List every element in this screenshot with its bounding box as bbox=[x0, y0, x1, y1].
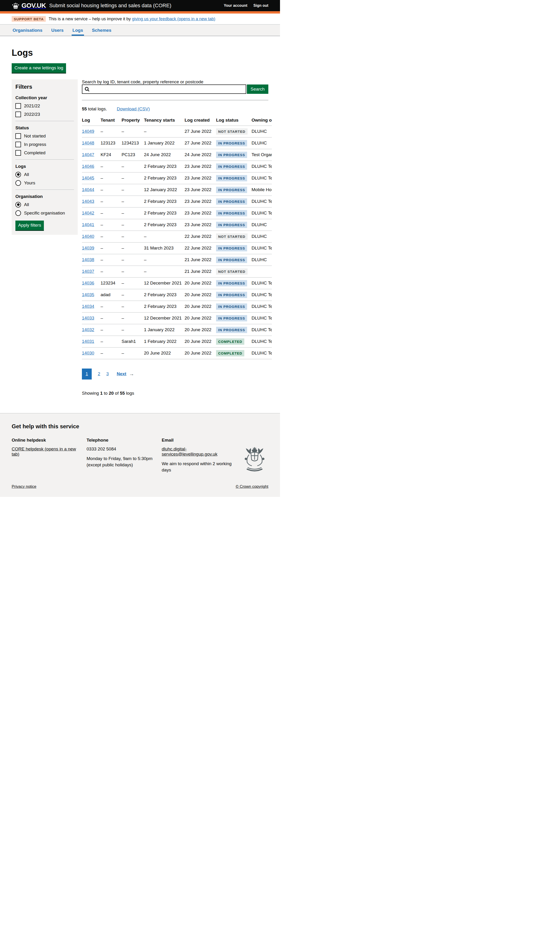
radio-control[interactable] bbox=[15, 210, 21, 216]
search-input[interactable] bbox=[82, 84, 246, 94]
cell-log-status: IN PROGRESS bbox=[216, 195, 252, 207]
nav-item-organisations[interactable]: Organisations bbox=[12, 28, 43, 36]
log-link-14035[interactable]: 14035 bbox=[82, 292, 94, 297]
cell-property: PC123 bbox=[122, 149, 144, 160]
cell-log-created: 27 June 2022 bbox=[185, 125, 216, 137]
pagination-page-2[interactable]: 2 bbox=[98, 371, 100, 377]
pagination-current-page[interactable]: 1 bbox=[82, 369, 92, 380]
log-link-14048[interactable]: 14048 bbox=[82, 140, 94, 145]
checkbox-control[interactable] bbox=[15, 103, 21, 109]
radio-control[interactable] bbox=[15, 180, 21, 186]
cell-log-created: 20 June 2022 bbox=[185, 289, 216, 301]
log-link-14032[interactable]: 14032 bbox=[82, 327, 94, 332]
radio-all[interactable]: All bbox=[15, 172, 74, 177]
pagination-next-link[interactable]: Next bbox=[117, 371, 126, 377]
create-lettings-log-button[interactable]: Create a new lettings log bbox=[12, 63, 66, 73]
cell-log-created: 23 June 2022 bbox=[185, 172, 216, 184]
your-account-link[interactable]: Your account bbox=[224, 3, 247, 8]
log-link-14038[interactable]: 14038 bbox=[82, 257, 94, 262]
checkbox-2021-22[interactable]: 2021/22 bbox=[15, 103, 74, 109]
cell-log-status: IN PROGRESS bbox=[216, 149, 252, 160]
cell-owning-organisation: DLUHC Tes bbox=[252, 160, 272, 172]
log-link-14042[interactable]: 14042 bbox=[82, 211, 94, 215]
table-row: 14046––2 February 202323 June 2022IN PRO… bbox=[82, 160, 272, 172]
cell-tenant: – bbox=[101, 336, 122, 347]
table-row: 14038–––21 June 2022IN PROGRESSDLUHC bbox=[82, 254, 272, 266]
sign-out-link[interactable]: Sign out bbox=[253, 3, 269, 8]
results-divider bbox=[82, 100, 269, 100]
email-link[interactable]: dluhc.digital-services@levellingup.gov.u… bbox=[162, 447, 217, 456]
log-link-14046[interactable]: 14046 bbox=[82, 164, 94, 169]
checkbox-control[interactable] bbox=[15, 111, 21, 117]
log-link-14039[interactable]: 14039 bbox=[82, 246, 94, 250]
pagination: 123Next→ bbox=[82, 369, 269, 380]
cell-log-status: NOT STARTED bbox=[216, 266, 252, 277]
cell-owning-organisation: DLUHC bbox=[252, 125, 272, 137]
table-row: 14035adad–2 February 202320 June 2022IN … bbox=[82, 289, 272, 301]
cell-property: – bbox=[122, 160, 144, 172]
core-helpdesk-link[interactable]: CORE helpdesk (opens in a new tab) bbox=[12, 447, 76, 456]
checkbox-control[interactable] bbox=[15, 150, 21, 156]
search-button[interactable]: Search bbox=[247, 84, 269, 94]
radio-all[interactable]: All bbox=[15, 202, 74, 208]
feedback-link[interactable]: giving us your feedback (opens in a new … bbox=[132, 17, 215, 21]
pagination-page-3[interactable]: 3 bbox=[107, 371, 109, 377]
log-link-14043[interactable]: 14043 bbox=[82, 199, 94, 204]
filter-divider bbox=[15, 121, 74, 121]
radio-specific-organisation[interactable]: Specific organisation bbox=[15, 210, 74, 216]
filter-option-label: Completed bbox=[24, 150, 46, 156]
footer-col-heading: Online helpdesk bbox=[12, 438, 82, 443]
log-link-14040[interactable]: 14040 bbox=[82, 234, 94, 239]
cell-property: – bbox=[122, 184, 144, 195]
cell-owning-organisation bbox=[252, 266, 272, 277]
status-tag: IN PROGRESS bbox=[216, 152, 247, 158]
log-link-14031[interactable]: 14031 bbox=[82, 339, 94, 344]
checkbox-control[interactable] bbox=[15, 142, 21, 147]
cell-property: – bbox=[122, 207, 144, 219]
cell-tenancy-starts: 2 February 2023 bbox=[144, 219, 185, 230]
nav-item-logs[interactable]: Logs bbox=[72, 28, 84, 36]
cell-property: – bbox=[122, 289, 144, 301]
next-arrow-icon: → bbox=[129, 371, 134, 377]
cell-tenancy-starts: 2 February 2023 bbox=[144, 160, 185, 172]
privacy-notice-link[interactable]: Privacy notice bbox=[12, 484, 37, 489]
log-link-14047[interactable]: 14047 bbox=[82, 152, 94, 157]
log-link-14041[interactable]: 14041 bbox=[82, 222, 94, 227]
crown-copyright-link[interactable]: © Crown copyright bbox=[236, 484, 269, 489]
log-link-14044[interactable]: 14044 bbox=[82, 187, 94, 192]
apply-filters-button[interactable]: Apply filters bbox=[15, 221, 44, 230]
radio-control[interactable] bbox=[15, 172, 21, 177]
log-link-14037[interactable]: 14037 bbox=[82, 269, 94, 274]
status-tag: NOT STARTED bbox=[216, 128, 247, 135]
checkbox-completed[interactable]: Completed bbox=[15, 150, 74, 156]
gov-uk-logo[interactable]: GOV.UK bbox=[12, 2, 46, 9]
radio-yours[interactable]: Yours bbox=[15, 180, 74, 186]
log-link-14049[interactable]: 14049 bbox=[82, 129, 94, 134]
log-link-14034[interactable]: 14034 bbox=[82, 304, 94, 309]
log-link-14033[interactable]: 14033 bbox=[82, 316, 94, 321]
cell-tenant: – bbox=[101, 219, 122, 230]
table-row: 14031–Sarah11 February 202220 June 2022C… bbox=[82, 336, 272, 347]
log-link-14030[interactable]: 14030 bbox=[82, 351, 94, 356]
showing-suffix: logs bbox=[125, 391, 134, 395]
status-tag: IN PROGRESS bbox=[216, 292, 247, 298]
cell-property: – bbox=[122, 195, 144, 207]
filter-option-label: 2022/23 bbox=[24, 112, 40, 117]
checkbox-not-started[interactable]: Not started bbox=[15, 133, 74, 139]
download-csv-link[interactable]: Download (CSV) bbox=[117, 107, 150, 111]
nav-item-users[interactable]: Users bbox=[50, 28, 65, 36]
cell-owning-organisation: DLUHC bbox=[252, 219, 272, 230]
filter-divider bbox=[15, 159, 74, 160]
log-link-14036[interactable]: 14036 bbox=[82, 281, 94, 285]
showing-total: 55 bbox=[120, 391, 125, 395]
radio-control[interactable] bbox=[15, 202, 21, 208]
nav-item-schemes[interactable]: Schemes bbox=[91, 28, 112, 36]
table-row: 14034––2 February 202320 June 2022IN PRO… bbox=[82, 301, 272, 312]
checkbox-2022-23[interactable]: 2022/23 bbox=[15, 111, 74, 117]
checkbox-in-progress[interactable]: In progress bbox=[15, 142, 74, 147]
status-tag: IN PROGRESS bbox=[216, 198, 247, 205]
cell-property: – bbox=[122, 219, 144, 230]
checkbox-control[interactable] bbox=[15, 133, 21, 139]
log-link-14045[interactable]: 14045 bbox=[82, 176, 94, 180]
service-name[interactable]: Submit social housing lettings and sales… bbox=[49, 3, 171, 9]
